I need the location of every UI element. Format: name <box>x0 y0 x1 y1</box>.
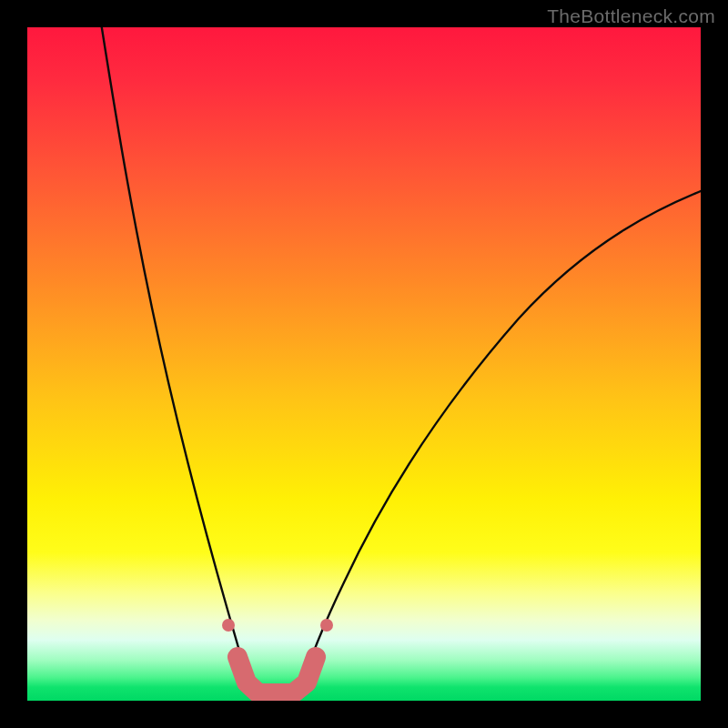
left-curve <box>101 27 253 701</box>
plot-area <box>27 27 701 701</box>
curve-layer <box>27 27 701 701</box>
right-curve <box>297 189 701 701</box>
watermark-text: TheBottleneck.com <box>547 5 715 27</box>
figure-root: TheBottleneck.com <box>0 0 728 728</box>
valley-worm <box>238 657 316 693</box>
bead-right-icon <box>320 619 333 632</box>
bead-left-icon <box>222 619 235 632</box>
